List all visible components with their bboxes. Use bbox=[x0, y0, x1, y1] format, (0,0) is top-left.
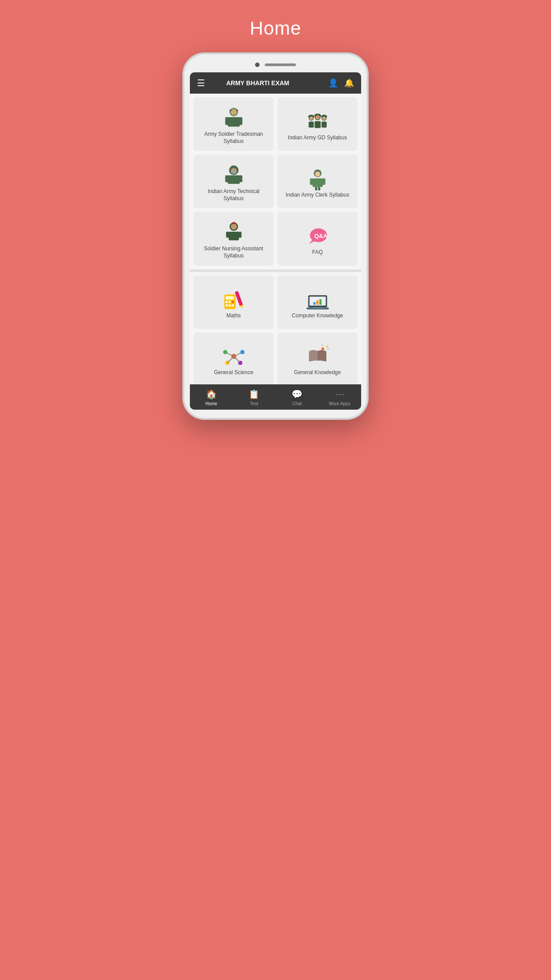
subjects-section: Maths bbox=[193, 276, 358, 384]
maths-icon bbox=[221, 287, 247, 312]
card-maths[interactable]: Maths bbox=[193, 276, 274, 329]
card-indian-army-gd[interactable]: Indian Army GD Syllabus bbox=[277, 97, 358, 151]
svg-point-60 bbox=[240, 350, 244, 354]
svg-line-65 bbox=[227, 356, 234, 363]
svg-rect-30 bbox=[318, 187, 320, 190]
app-header-title: ARMY BHARTI EXAM bbox=[193, 79, 323, 87]
svg-rect-53 bbox=[313, 302, 315, 305]
nav-test[interactable]: 📋 Test bbox=[233, 384, 276, 410]
svg-text:+: + bbox=[327, 347, 329, 351]
svg-rect-26 bbox=[312, 178, 323, 187]
nav-more-apps[interactable]: ⋯ More Apps bbox=[319, 384, 362, 410]
syllabus-section: Army Soldier Tradesman Syllabus bbox=[193, 97, 358, 266]
phone-screen: ☰ ARMY BHARTI EXAM 👤 🔔 bbox=[190, 72, 361, 410]
svg-rect-20 bbox=[231, 171, 236, 174]
svg-rect-22 bbox=[225, 175, 228, 182]
card-label-faq: FAQ bbox=[312, 249, 323, 256]
card-label-nursing: Soldier Nursing Assistant Syllabus bbox=[198, 245, 269, 259]
card-label-computer: Computer Knowledge bbox=[292, 312, 343, 320]
svg-rect-36 bbox=[226, 232, 229, 238]
card-faq[interactable]: Q&A FAQ bbox=[277, 212, 358, 265]
computer-icon bbox=[305, 287, 331, 312]
card-label-science: General Science bbox=[214, 369, 253, 376]
home-nav-icon: 🏠 bbox=[206, 389, 217, 399]
card-label-gk: General Knowledge bbox=[294, 369, 341, 376]
card-indian-army-clerk[interactable]: Indian Army Clerk Syllabus bbox=[277, 154, 358, 208]
phone-frame: ☰ ARMY BHARTI EXAM 👤 🔔 bbox=[182, 52, 369, 420]
section-divider bbox=[190, 269, 361, 272]
svg-rect-37 bbox=[238, 232, 241, 238]
app-content: Army Soldier Tradesman Syllabus bbox=[190, 94, 361, 384]
svg-point-8 bbox=[309, 116, 313, 120]
more-nav-icon: ⋯ bbox=[335, 389, 344, 399]
card-label-gd: Indian Army GD Syllabus bbox=[288, 134, 347, 142]
soldier-nursing-icon bbox=[221, 220, 247, 245]
science-icon bbox=[221, 344, 247, 369]
svg-rect-48 bbox=[232, 304, 234, 306]
faq-icon: Q&A bbox=[305, 223, 331, 249]
card-label-clerk: Indian Army Clerk Syllabus bbox=[286, 192, 349, 199]
svg-rect-34 bbox=[233, 222, 234, 225]
svg-point-25 bbox=[315, 172, 320, 177]
svg-rect-13 bbox=[315, 121, 321, 128]
svg-rect-57 bbox=[313, 307, 322, 308]
svg-rect-44 bbox=[228, 301, 231, 303]
svg-point-16 bbox=[322, 116, 326, 120]
svg-rect-49 bbox=[235, 291, 243, 306]
svg-text:Q&A: Q&A bbox=[314, 233, 327, 239]
svg-rect-23 bbox=[239, 175, 242, 182]
chat-nav-icon: 💬 bbox=[291, 389, 303, 399]
bottom-nav: 🏠 Home 📋 Test 💬 Chat ⋯ More Apps bbox=[190, 384, 361, 410]
svg-rect-27 bbox=[310, 178, 313, 185]
soldier-gd-icon bbox=[305, 109, 331, 134]
svg-rect-42 bbox=[225, 296, 234, 300]
user-icon[interactable]: 👤 bbox=[328, 78, 338, 88]
svg-rect-43 bbox=[225, 301, 228, 303]
card-computer[interactable]: Computer Knowledge bbox=[277, 276, 358, 329]
nav-home-label: Home bbox=[205, 401, 217, 406]
svg-rect-55 bbox=[319, 299, 321, 305]
nav-chat[interactable]: 💬 Chat bbox=[276, 384, 319, 410]
svg-rect-4 bbox=[225, 117, 228, 125]
svg-rect-17 bbox=[321, 122, 327, 128]
svg-text:+: + bbox=[321, 344, 323, 347]
svg-rect-45 bbox=[232, 301, 234, 303]
card-label-technical: Indian Army Technical Syllabus bbox=[198, 188, 269, 202]
camera-dot bbox=[255, 63, 260, 67]
soldier-clerk-icon bbox=[305, 166, 331, 192]
test-nav-icon: 📋 bbox=[248, 389, 260, 399]
card-indian-army-technical[interactable]: Indian Army Technical Syllabus bbox=[193, 154, 274, 208]
svg-rect-21 bbox=[228, 175, 240, 184]
nav-more-label: More Apps bbox=[329, 401, 350, 406]
svg-rect-35 bbox=[228, 232, 239, 240]
app-header: ☰ ARMY BHARTI EXAM 👤 🔔 bbox=[190, 72, 361, 94]
svg-rect-5 bbox=[239, 117, 242, 125]
svg-point-12 bbox=[315, 115, 320, 119]
svg-rect-9 bbox=[308, 122, 314, 128]
speaker bbox=[265, 63, 296, 66]
nav-chat-label: Chat bbox=[292, 401, 302, 406]
svg-rect-46 bbox=[225, 304, 228, 306]
phone-top bbox=[190, 63, 361, 67]
svg-marker-39 bbox=[309, 240, 315, 244]
svg-rect-3 bbox=[228, 117, 240, 126]
card-soldier-nursing[interactable]: Soldier Nursing Assistant Syllabus bbox=[193, 212, 274, 265]
header-icons: 👤 🔔 bbox=[328, 78, 354, 88]
page-title: Home bbox=[250, 18, 301, 39]
svg-point-32 bbox=[231, 224, 237, 230]
soldier-tradesman-icon bbox=[221, 105, 247, 131]
card-general-science[interactable]: General Science bbox=[193, 332, 274, 384]
card-label-tradesman: Army Soldier Tradesman Syllabus bbox=[198, 131, 269, 145]
card-general-knowledge[interactable]: ✦ + + General Knowledge bbox=[277, 332, 358, 384]
svg-rect-29 bbox=[315, 187, 317, 190]
nav-home[interactable]: 🏠 Home bbox=[190, 384, 233, 410]
soldier-technical-icon bbox=[221, 162, 247, 188]
svg-rect-54 bbox=[316, 300, 319, 305]
svg-point-2 bbox=[231, 109, 237, 115]
svg-line-66 bbox=[234, 356, 240, 363]
bell-icon[interactable]: 🔔 bbox=[344, 78, 354, 88]
gk-icon: ✦ + + bbox=[305, 344, 331, 369]
svg-rect-28 bbox=[322, 178, 325, 185]
card-army-soldier-tradesman[interactable]: Army Soldier Tradesman Syllabus bbox=[193, 97, 274, 151]
nav-test-label: Test bbox=[250, 401, 258, 406]
